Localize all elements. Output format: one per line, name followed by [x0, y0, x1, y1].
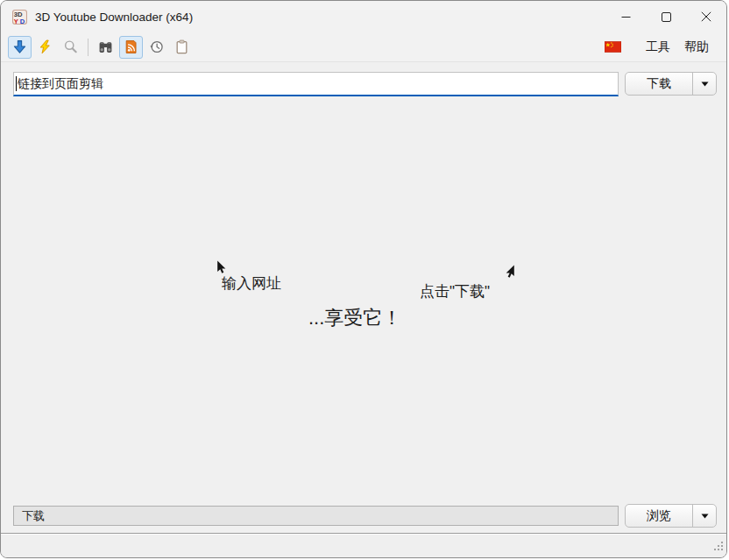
- toolbar-right: 工具 帮助: [601, 36, 726, 59]
- hint-enter-url: 输入网址: [222, 273, 281, 294]
- download-split-button: 下载: [625, 72, 717, 96]
- text-caret: [16, 76, 17, 91]
- close-button[interactable]: [686, 1, 726, 32]
- download-bar-label: 下载: [22, 508, 45, 524]
- menu-help[interactable]: 帮助: [677, 36, 716, 59]
- language-flag-button[interactable]: [601, 39, 625, 54]
- minimize-icon: [621, 12, 631, 22]
- titlebar: 3D Y D 3D Youtube Downloader (x64): [1, 1, 726, 32]
- url-input[interactable]: [14, 73, 618, 95]
- download-dropdown-button[interactable]: [692, 73, 716, 95]
- search-button[interactable]: [59, 36, 82, 59]
- app-window: 3D Y D 3D Youtube Downloader (x64): [0, 0, 727, 558]
- china-flag-icon: [605, 41, 621, 53]
- magnifier-icon: [63, 39, 78, 54]
- chevron-down-icon: [701, 82, 709, 87]
- maximize-icon: [662, 12, 671, 22]
- rss-icon: [124, 39, 138, 54]
- binoculars-icon: [98, 39, 113, 54]
- download-mode-button[interactable]: [8, 36, 32, 59]
- app-icon: 3D Y D: [12, 10, 27, 25]
- maximize-button[interactable]: [646, 1, 686, 32]
- pointer-cursor-right-icon: [505, 265, 515, 282]
- resize-grip[interactable]: [712, 539, 724, 555]
- rss-feed-button[interactable]: [119, 36, 143, 59]
- browse-split-button: 浏览: [625, 504, 717, 528]
- download-button[interactable]: 下载: [626, 73, 692, 95]
- url-input-wrap: [13, 72, 619, 96]
- lightning-icon: [38, 39, 53, 54]
- svg-text:Y: Y: [14, 17, 18, 24]
- window-title: 3D Youtube Downloader (x64): [35, 11, 193, 24]
- download-progress-bar: 下载: [13, 506, 619, 526]
- window-controls: [605, 1, 726, 32]
- quick-launch-button[interactable]: [33, 36, 57, 59]
- browse-dropdown-button[interactable]: [692, 505, 716, 527]
- history-button[interactable]: [145, 36, 168, 59]
- clipboard-button[interactable]: [170, 36, 194, 59]
- toolbar-separator: [88, 39, 88, 56]
- chevron-down-icon: [701, 514, 709, 519]
- menu-tools[interactable]: 工具: [639, 36, 677, 59]
- download-arrow-icon: [12, 39, 27, 54]
- svg-text:D: D: [20, 17, 25, 24]
- hint-click-download: 点击"下载": [420, 281, 490, 301]
- hint-enjoy: ...享受它！: [308, 305, 401, 331]
- clipboard-icon: [174, 39, 189, 54]
- browse-button[interactable]: 浏览: [626, 505, 692, 527]
- close-icon: [701, 11, 711, 22]
- status-bar: [1, 533, 726, 557]
- history-clock-icon: [149, 39, 164, 54]
- minimize-button[interactable]: [605, 1, 646, 32]
- toolbar: 工具 帮助: [1, 32, 726, 62]
- analyze-button[interactable]: [94, 36, 117, 59]
